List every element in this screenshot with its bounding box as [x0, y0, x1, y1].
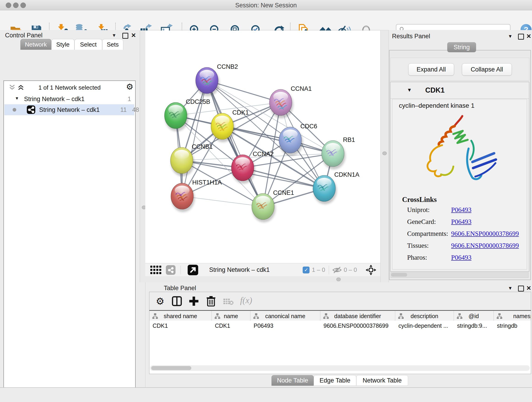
column-header-name[interactable]: name: [212, 311, 250, 321]
crosslink-row: Tissues:9606.ENSP00000378699: [393, 242, 527, 251]
tab-sets[interactable]: Sets: [102, 39, 123, 50]
node-label-CDC25B: CDC25B: [186, 98, 210, 105]
node-table-box: ⚙ f(x) shared namenamecanonical namedata…: [149, 292, 531, 374]
table-panel-close-icon[interactable]: ✕: [526, 285, 531, 292]
network-current-dot-icon: [13, 108, 16, 112]
control-panel-float-icon[interactable]: [122, 33, 128, 39]
expand-all-button[interactable]: Expand All: [408, 63, 454, 76]
network-selection-summary: 1 of 1 Network selected: [4, 84, 135, 91]
results-panel-float-icon[interactable]: [518, 34, 524, 40]
control-panel-close-icon[interactable]: ✕: [131, 32, 136, 39]
node-label-CDC6: CDC6: [300, 123, 317, 130]
results-scrollbar-thumb[interactable]: [391, 273, 407, 277]
string-network-icon: [27, 105, 35, 114]
string-panel-icon[interactable]: [166, 265, 176, 275]
tab-node-table[interactable]: Node Table: [272, 375, 314, 386]
hidden-count: 0 – 0: [344, 266, 357, 274]
tab-select[interactable]: Select: [75, 39, 102, 50]
node-label-CDKN1A: CDKN1A: [334, 171, 360, 178]
node-label-CCNB1: CCNB1: [192, 143, 213, 150]
table-cell[interactable]: 9606.ENSP00000378699: [320, 321, 395, 331]
node-label-CCNA2: CCNA2: [253, 151, 274, 157]
network-node-count: 11: [114, 106, 127, 114]
table-row[interactable]: CDK1CDK1P064939606.ENSP00000378699cyclin…: [149, 321, 531, 331]
column-header--id[interactable]: @id: [454, 311, 494, 321]
splitter-handle[interactable]: [382, 152, 387, 155]
add-column-icon[interactable]: [189, 296, 199, 306]
crosslinks-list: Uniprot:P06493GeneCard:P06493Compartment…: [393, 206, 527, 268]
main-toolbar: ?: [0, 10, 532, 30]
table-cell[interactable]: CDK1: [212, 321, 250, 331]
crosslink-link[interactable]: P06493: [451, 206, 472, 214]
cdk1-entry-panel: ▼ CDK1 cyclin–dependent kinase 1: [390, 82, 529, 272]
right-splitter[interactable]: [380, 31, 389, 282]
protein-structure-image: [412, 109, 508, 190]
results-panel-collapse-icon[interactable]: ▼: [508, 34, 513, 39]
status-bar: Memory: [0, 387, 532, 402]
network-canvas[interactable]: CCNB2CCNA1CDC25BCDK1CDC6RB1CCNB1CCNA2CDK…: [145, 31, 380, 263]
horizontal-splitter[interactable]: [145, 276, 380, 282]
results-tab-string[interactable]: String: [447, 42, 476, 52]
tab-edge-table[interactable]: Edge Table: [314, 375, 356, 386]
column-header-canonical-name[interactable]: canonical name: [250, 311, 320, 321]
table-cell[interactable]: CDK1: [149, 321, 212, 331]
table-hscrollbar-thumb[interactable]: [151, 366, 191, 370]
crosslink-link[interactable]: 9606.ENSP00000378699: [451, 242, 519, 249]
collection-label: String Network – cdk1: [24, 96, 85, 103]
tab-style[interactable]: Style: [51, 39, 75, 50]
table-cell[interactable]: P06493: [250, 321, 320, 331]
hidden-eye-icon[interactable]: [332, 266, 342, 274]
delete-column-icon[interactable]: [206, 296, 216, 307]
window-title: Session: New Session: [0, 2, 532, 9]
network-collection-row[interactable]: ▼ String Network – cdk1 1: [4, 94, 135, 104]
table-toolbar: ⚙ f(x): [149, 292, 531, 310]
splitter-handle[interactable]: [336, 278, 341, 281]
column-header-namespace[interactable]: namespace: [494, 311, 531, 321]
cdk1-entry-header[interactable]: ▼ CDK1: [390, 82, 529, 99]
column-header-database-identifier[interactable]: database identifier: [320, 311, 395, 321]
selected-checkbox-icon[interactable]: ✓: [303, 267, 310, 274]
fit-content-crosshair-icon[interactable]: [366, 265, 376, 275]
column-header-label: canonical name: [250, 313, 320, 319]
cdk1-entry-content: cyclin–dependent kinase 1 CrossLinks: [392, 99, 527, 269]
table-cell[interactable]: cyclin-dependent ...: [395, 321, 454, 331]
collapse-all-button[interactable]: Collapse All: [462, 63, 512, 76]
table-hscrollbar[interactable]: [150, 365, 530, 371]
entry-expander-icon[interactable]: ▼: [407, 87, 412, 93]
network-list-panel: 1 of 1 Network selected ⚙ ▼ String Netwo…: [3, 80, 136, 402]
edge-CCNB2-CCNE1[interactable]: [207, 80, 263, 206]
table-panel-float-icon[interactable]: [518, 286, 524, 292]
entry-gene-name: CDK1: [425, 86, 444, 95]
node-label-CCNE1: CCNE1: [273, 189, 294, 196]
crosslink-row: Uniprot:P06493: [393, 206, 527, 215]
network-row-label: String Network – cdk1: [39, 106, 100, 114]
show-columns-icon[interactable]: [172, 296, 182, 306]
table-panel-collapse-icon[interactable]: ▼: [508, 286, 513, 291]
open-in-new-window-icon[interactable]: [188, 265, 198, 275]
function-builder-icon-disabled: f(x): [240, 295, 252, 305]
table-settings-gear-icon[interactable]: ⚙: [156, 296, 165, 307]
crosslink-link[interactable]: P06493: [451, 254, 472, 261]
crosslink-label: Compartments:: [407, 230, 448, 237]
network-options-gear-icon[interactable]: ⚙: [126, 83, 133, 91]
results-scrollbar[interactable]: [391, 272, 529, 278]
edge-CDK1-RB1[interactable]: [222, 126, 333, 153]
collection-expander-icon[interactable]: ▼: [15, 96, 19, 101]
table-header-row: shared namenamecanonical namedatabase id…: [149, 310, 531, 322]
tab-network[interactable]: Network: [20, 39, 51, 50]
selected-count: 1 – 0: [312, 266, 325, 274]
results-panel-close-icon[interactable]: ✕: [526, 33, 531, 40]
entry-description: cyclin–dependent kinase 1: [399, 102, 475, 109]
crosslink-label: Tissues:: [407, 242, 429, 249]
column-header-description[interactable]: description: [395, 311, 454, 321]
crosslink-link[interactable]: P06493: [451, 218, 472, 225]
control-panel-collapse-icon[interactable]: ▼: [112, 33, 116, 38]
tab-network-table[interactable]: Network Table: [356, 375, 408, 386]
table-cell[interactable]: stringdb:9...: [454, 321, 494, 331]
crosslink-link[interactable]: 9606.ENSP00000378699: [451, 230, 519, 237]
column-header-shared-name[interactable]: shared name: [149, 311, 212, 321]
table-cell[interactable]: stringdb: [494, 321, 531, 331]
network-row[interactable]: String Network – cdk1 11 48: [4, 104, 134, 115]
birds-eye-grid-icon[interactable]: [150, 266, 162, 274]
collection-count: 1: [128, 96, 131, 103]
